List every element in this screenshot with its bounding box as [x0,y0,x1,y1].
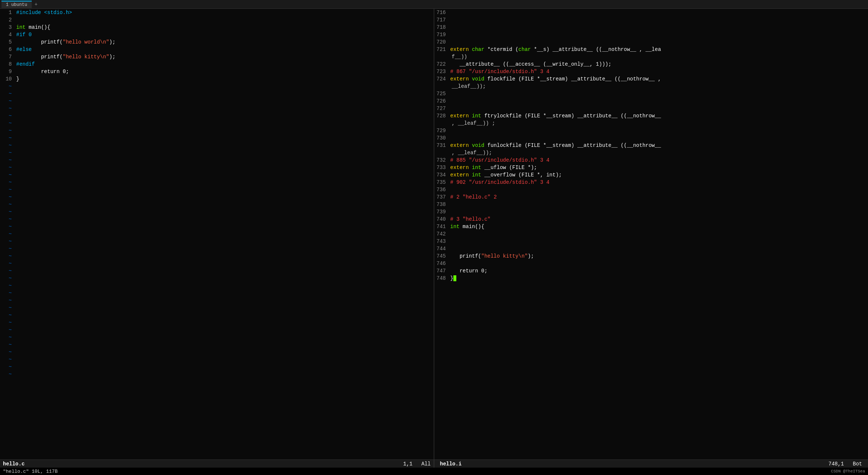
left-line-15: ~ [0,120,434,127]
left-line-33: ~ [0,252,434,260]
left-line-21: ~ [0,164,434,171]
left-line-32: ~ [0,245,434,252]
left-line-4: 5 printf("hello world\n"); [0,38,434,46]
line-number: ~ [0,223,15,230]
left-line-24: ~ [0,186,434,193]
left-line-23: ~ [0,179,434,186]
right-line-14: 730 [434,134,868,142]
right-line-0: 716 [434,9,868,16]
line-number: 1 [0,9,15,16]
line-number: ~ [0,208,15,216]
left-code-content: 1#include <stdio.h>23int main(){4#if 05 … [0,9,434,459]
line-number: ~ [0,260,15,267]
left-line-42: ~ [0,319,434,326]
left-pane: 1#include <stdio.h>23int main(){4#if 05 … [0,9,434,459]
tab-add-button[interactable]: + [32,1,40,8]
line-number: ~ [0,230,15,238]
left-line-34: ~ [0,260,434,267]
left-line-22: ~ [0,171,434,179]
right-line-27: 743 [434,238,868,245]
left-line-10: ~ [0,83,434,90]
left-code-lines: 1#include <stdio.h>23int main(){4#if 05 … [0,9,434,459]
left-line-6: 7 printf("hello kitty\n"); [0,53,434,61]
left-line-41: ~ [0,311,434,319]
right-line-19: 735# 902 "/usr/include/stdio.h" 3 4 [434,179,868,186]
right-line-10: 726 [434,97,868,105]
left-line-44: ~ [0,334,434,341]
right-pane: 716717718719720721extern char *ctermid (… [434,9,868,459]
right-line-3: 719 [434,31,868,38]
line-content: printf("hello kitty\n"); [15,53,434,61]
line-number: ~ [0,142,15,149]
left-line-36: ~ [0,275,434,282]
left-line-27: ~ [0,208,434,216]
line-number: ~ [0,371,15,378]
left-line-20: ~ [0,156,434,164]
line-number: ~ [0,179,15,186]
line-number: ~ [0,275,15,282]
line-content: } [15,75,434,83]
right-line-18: 734extern int __overflow (FILE *, int); [434,171,868,179]
left-line-31: ~ [0,238,434,245]
left-line-0: 1#include <stdio.h> [0,9,434,16]
right-line-9: 725 [434,90,868,97]
status-bar-right: hello.i 748,1 Bot [434,461,868,467]
left-line-49: ~ [0,371,434,378]
line-number: ~ [0,171,15,179]
left-line-47: ~ [0,356,434,363]
left-line-40: ~ [0,304,434,311]
right-line-28: 744 [434,245,868,252]
left-filename: hello.c [0,461,28,467]
right-line-32: 748} [434,275,868,282]
left-line-29: ~ [0,223,434,230]
left-line-39: ~ [0,297,434,304]
line-content: return 0; [15,68,434,75]
line-number: ~ [0,245,15,252]
left-line-46: ~ [0,348,434,356]
left-line-11: ~ [0,90,434,97]
line-number: ~ [0,127,15,134]
line-number: 8 [0,61,15,68]
right-line-16: 732# 885 "/usr/include/stdio.h" 3 4 [434,156,868,164]
right-line-31: 747 return 0; [434,267,868,275]
line-number: ~ [0,267,15,275]
right-line-24: 740# 3 "hello.c" [434,216,868,223]
right-line-4: 720 [434,38,868,46]
line-number: ~ [0,363,15,371]
left-line-45: ~ [0,341,434,348]
tab-bar: 1 ubuntu + [0,0,868,9]
line-number: 9 [0,68,15,75]
tab-ubuntu[interactable]: 1 ubuntu [1,1,32,8]
left-scroll: All [418,461,433,467]
line-number: ~ [0,149,15,156]
line-number: ~ [0,326,15,334]
line-number: ~ [0,282,15,289]
bottom-credit: CSDN @TheITSea [831,469,865,474]
left-pos: 1,1 [397,461,418,467]
line-number: ~ [0,193,15,201]
right-line-29: 745 printf("hello kitty\n"); [434,252,868,260]
right-line-25: 741int main(){ [434,223,868,230]
left-line-9: 10} [0,75,434,83]
right-scroll: Bot [850,461,865,467]
left-line-38: ~ [0,289,434,297]
right-filename: hello.i [437,461,465,467]
line-number: 7 [0,53,15,61]
line-number: ~ [0,238,15,245]
line-number: ~ [0,201,15,208]
right-line-30: 746 [434,260,868,267]
line-number: ~ [0,90,15,97]
line-content: #endif [15,61,434,68]
left-line-30: ~ [0,230,434,238]
line-number: ~ [0,164,15,171]
line-number: ~ [0,341,15,348]
line-number: ~ [0,97,15,105]
right-line-17: 733extern int __uflow (FILE *); [434,164,868,171]
left-line-7: 8#endif [0,61,434,68]
line-number: ~ [0,83,15,90]
line-content: printf("hello world\n"); [15,38,434,46]
right-code-lines: 716717718719720721extern char *ctermid (… [434,9,868,459]
right-line-11: 727 [434,105,868,112]
line-number: ~ [0,156,15,164]
left-line-16: ~ [0,127,434,134]
